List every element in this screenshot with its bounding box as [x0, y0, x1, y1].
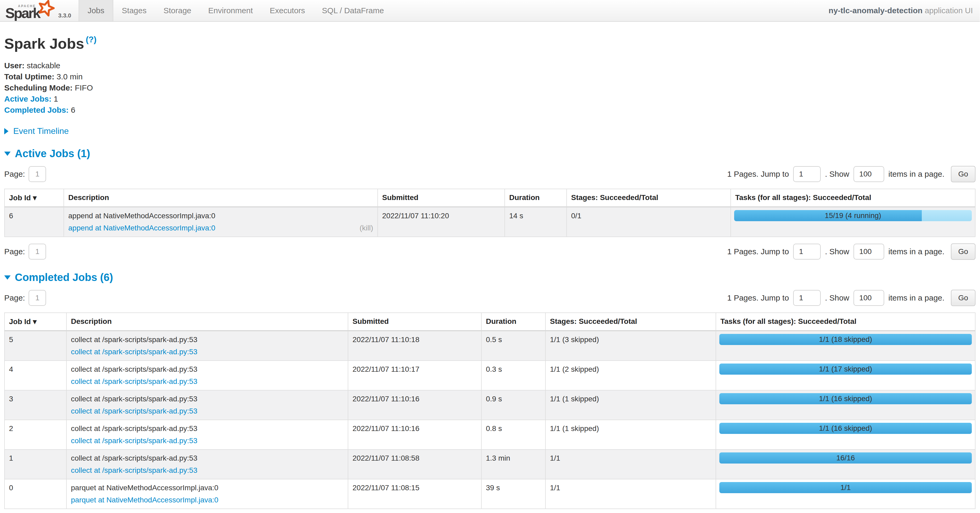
duration-cell: 1.3 min	[481, 449, 546, 479]
submitted-cell: 2022/11/07 11:10:16	[348, 420, 481, 449]
go-button[interactable]: Go	[951, 243, 975, 260]
spark-logo-graphic: APACHE Spark	[5, 0, 46, 19]
job-id-cell: 0	[5, 479, 67, 509]
table-row: 4 collect at /spark-scripts/spark-ad.py:…	[5, 361, 975, 390]
col-duration[interactable]: Duration	[481, 313, 546, 331]
tasks-progress-cell: 1/1 (17 skipped)	[716, 361, 975, 390]
page-number-input[interactable]	[29, 290, 46, 306]
active-jobs-table: Job Id ▾ Description Submitted Duration …	[4, 189, 975, 237]
col-job-id[interactable]: Job Id ▾	[5, 313, 67, 331]
tasks-progress-cell: 1/1 (16 skipped)	[716, 420, 975, 449]
page-label: Page:	[4, 170, 25, 179]
pagination-row: Page: 1 Pages. Jump to . Show items in a…	[4, 166, 975, 182]
active-jobs-heading[interactable]: Active Jobs (1)	[4, 148, 975, 160]
table-header-row: Job Id ▾ Description Submitted Duration …	[5, 189, 975, 207]
application-ui-suffix: application UI	[923, 6, 973, 15]
col-stages[interactable]: Stages: Succeeded/Total	[566, 189, 731, 207]
completed-jobs-info: Completed Jobs: 6	[4, 105, 975, 116]
job-detail-link[interactable]: collect at /spark-scripts/spark-ad.py:53	[71, 377, 197, 386]
table-header-row: Job Id ▾ Description Submitted Duration …	[5, 313, 975, 331]
col-duration[interactable]: Duration	[505, 189, 566, 207]
expanded-arrow-icon	[4, 275, 11, 280]
pagination-row: Page: 1 Pages. Jump to . Show items in a…	[4, 243, 975, 260]
task-progress-bar: 1/1 (17 skipped)	[719, 364, 972, 375]
top-navbar: APACHE Spark 3.3.0 Jobs Stages Storage E…	[0, 0, 980, 22]
tab-stages[interactable]: Stages	[113, 0, 155, 21]
active-jobs-link[interactable]: Active Jobs:	[4, 94, 51, 103]
duration-cell: 14 s	[505, 207, 566, 237]
duration-cell: 0.3 s	[481, 361, 546, 390]
description-cell: collect at /spark-scripts/spark-ad.py:53…	[67, 361, 348, 390]
page-label: Page:	[4, 294, 25, 302]
col-tasks[interactable]: Tasks (for all stages): Succeeded/Total	[716, 313, 975, 331]
go-button[interactable]: Go	[951, 290, 975, 306]
spark-logo[interactable]: APACHE Spark 3.3.0	[0, 0, 79, 21]
col-tasks[interactable]: Tasks (for all stages): Succeeded/Total	[731, 189, 975, 207]
page-label: Page:	[4, 247, 25, 256]
items-per-page-input[interactable]	[853, 244, 884, 260]
tasks-progress-cell: 15/19 (4 running)	[731, 207, 975, 237]
tab-environment[interactable]: Environment	[200, 0, 261, 21]
submitted-cell: 2022/11/07 11:10:20	[378, 207, 505, 237]
tab-sql-dataframe[interactable]: SQL / DataFrame	[313, 0, 393, 21]
expanded-arrow-icon	[4, 152, 11, 156]
completed-jobs-heading[interactable]: Completed Jobs (6)	[4, 272, 975, 283]
job-detail-link[interactable]: collect at /spark-scripts/spark-ad.py:53	[71, 348, 197, 356]
col-stages[interactable]: Stages: Succeeded/Total	[546, 313, 716, 331]
scheduling-mode-info: Scheduling Mode: FIFO	[4, 82, 975, 94]
application-name-bold: ny-tlc-anomaly-detection	[829, 6, 923, 15]
page-number-input[interactable]	[29, 244, 46, 260]
items-per-page-input[interactable]	[853, 166, 884, 182]
duration-cell: 0.8 s	[481, 420, 546, 449]
task-progress-bar: 1/1 (16 skipped)	[719, 393, 972, 404]
job-detail-link[interactable]: collect at /spark-scripts/spark-ad.py:53	[71, 407, 197, 415]
pages-jump-text: 1 Pages. Jump to	[727, 170, 789, 179]
description-cell: collect at /spark-scripts/spark-ad.py:53…	[67, 331, 348, 361]
tab-jobs[interactable]: Jobs	[79, 0, 113, 21]
tab-executors[interactable]: Executors	[261, 0, 313, 21]
help-link[interactable]: (?)	[86, 35, 97, 44]
task-progress-bar: 16/16	[719, 453, 972, 464]
job-detail-link[interactable]: collect at /spark-scripts/spark-ad.py:53	[71, 466, 197, 475]
user-info: User: stackable	[4, 60, 975, 71]
jump-to-input[interactable]	[793, 244, 821, 260]
event-timeline-toggle[interactable]: Event Timeline	[4, 126, 975, 136]
col-submitted[interactable]: Submitted	[378, 189, 505, 207]
duration-cell: 0.9 s	[481, 390, 546, 420]
jump-to-input[interactable]	[793, 166, 821, 182]
tab-storage[interactable]: Storage	[155, 0, 200, 21]
stages-cell: 1/1 (3 skipped)	[546, 331, 716, 361]
col-submitted[interactable]: Submitted	[348, 313, 481, 331]
submitted-cell: 2022/11/07 11:10:18	[348, 331, 481, 361]
show-text: . Show	[825, 247, 849, 256]
table-row: 6 append at NativeMethodAccessorImpl.jav…	[5, 207, 975, 237]
job-detail-link[interactable]: append at NativeMethodAccessorImpl.java:…	[68, 224, 215, 232]
jump-to-input[interactable]	[793, 290, 821, 306]
col-job-id[interactable]: Job Id ▾	[5, 189, 64, 207]
submitted-cell: 2022/11/07 11:08:58	[348, 449, 481, 479]
stages-cell: 1/1	[546, 479, 716, 509]
items-per-page-input[interactable]	[853, 290, 884, 306]
col-description[interactable]: Description	[67, 313, 348, 331]
page-number-input[interactable]	[29, 166, 46, 182]
kill-link[interactable]: (kill)	[360, 224, 373, 232]
job-detail-link[interactable]: parquet at NativeMethodAccessorImpl.java…	[71, 496, 218, 504]
submitted-cell: 2022/11/07 11:10:17	[348, 361, 481, 390]
stages-cell: 1/1 (1 skipped)	[546, 390, 716, 420]
tasks-progress-cell: 1/1 (16 skipped)	[716, 390, 975, 420]
task-progress-bar: 1/1	[719, 482, 972, 493]
job-id-cell: 5	[5, 331, 67, 361]
job-id-cell: 3	[5, 390, 67, 420]
page-content: Spark Jobs(?) User: stackable Total Upti…	[0, 35, 980, 513]
duration-cell: 39 s	[481, 479, 546, 509]
logo-spark-text: Spark	[5, 5, 40, 21]
go-button[interactable]: Go	[951, 166, 975, 182]
submitted-cell: 2022/11/07 11:10:16	[348, 390, 481, 420]
completed-jobs-link[interactable]: Completed Jobs:	[4, 106, 68, 114]
task-progress-bar: 1/1 (18 skipped)	[719, 334, 972, 345]
page-title: Spark Jobs(?)	[4, 35, 975, 52]
job-detail-link[interactable]: collect at /spark-scripts/spark-ad.py:53	[71, 437, 197, 445]
pages-jump-text: 1 Pages. Jump to	[727, 294, 789, 302]
col-description[interactable]: Description	[64, 189, 378, 207]
stages-cell: 0/1	[566, 207, 731, 237]
